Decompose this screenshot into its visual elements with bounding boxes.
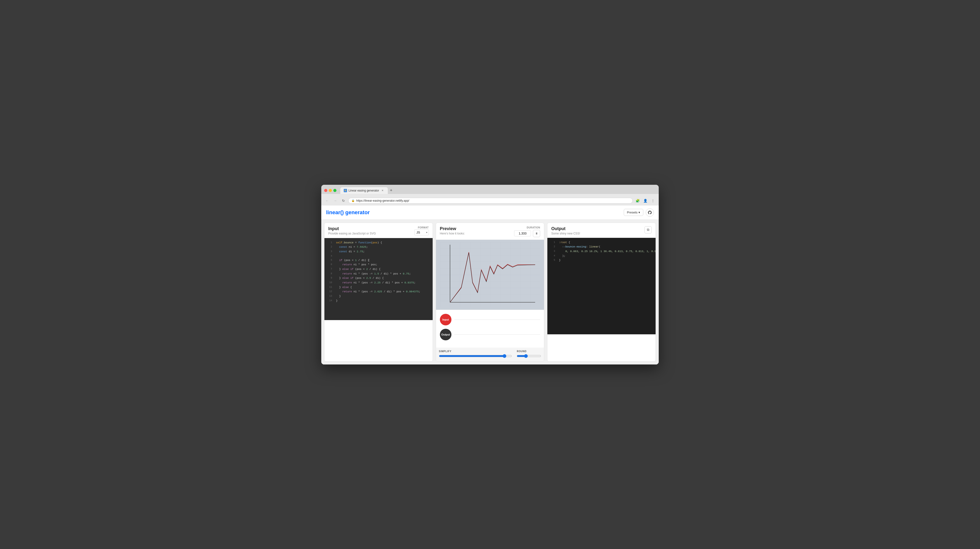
format-label: FORMAT — [418, 226, 429, 229]
round-label: ROUND — [517, 350, 541, 353]
code-line-5: 5 if (pos < 1 / d1) { — [325, 258, 433, 263]
code-line-13: 13 } — [325, 294, 433, 298]
input-panel-header: Input Provide easing as JavaScript or SV… — [325, 223, 433, 238]
output-animation-track — [454, 334, 540, 335]
copy-button[interactable]: ⧉ — [644, 226, 652, 233]
toolbar-actions: 🧩 👤 ⋮ — [634, 197, 656, 204]
preview-panel-subtitle: Here's how it looks: — [440, 232, 465, 235]
browser-chrome: ⚡ Linear easing generator ✕ + — [321, 185, 659, 194]
input-animation-track — [454, 319, 540, 320]
input-ball[interactable]: Input — [440, 314, 452, 326]
tab-bar: ⚡ Linear easing generator ✕ + — [340, 187, 656, 194]
browser-toolbar: ← → ↻ 🔒 https://linear-easing-generator.… — [321, 196, 659, 206]
code-line-4: 4 — [325, 254, 433, 258]
traffic-lights — [324, 189, 336, 192]
app-logo: linear() generator — [326, 209, 370, 215]
input-panel: Input Provide easing as JavaScript or SV… — [324, 223, 433, 362]
header-actions: Presets ▾ — [624, 208, 654, 217]
code-line-6: 6 return n1 * pos * pos; — [325, 262, 433, 267]
url-text: https://linear-easing-generator.netlify.… — [356, 199, 409, 203]
menu-button[interactable]: ⋮ — [649, 197, 656, 204]
output-line-4: 4 ); — [547, 254, 655, 259]
round-slider[interactable] — [517, 354, 541, 358]
code-line-8: 8 return n1 * (pos -= 1.5 / d1) * pos + … — [325, 271, 433, 276]
extensions-button[interactable]: 🧩 — [634, 197, 641, 204]
output-line-2: 2 --bounce-easing: linear( — [547, 244, 655, 249]
input-panel-title: Input — [328, 226, 376, 231]
input-ball-label: Input — [442, 318, 449, 321]
code-line-2: 2 const n1 = 7.5625; — [325, 245, 433, 249]
preview-panel-header: Preview Here's how it looks: DURATION ⏸ — [436, 223, 544, 240]
simplify-label: SIMPLIFY — [439, 350, 512, 353]
code-line-11: 11 } else { — [325, 285, 433, 290]
output-line-5: 5 } — [547, 258, 655, 263]
output-ball[interactable]: Output — [440, 329, 452, 340]
app-content: linear() generator Presets ▾ Inpu — [321, 206, 659, 364]
format-select[interactable]: JS SVG — [414, 230, 429, 235]
simplify-slider[interactable] — [439, 354, 512, 358]
code-editor[interactable]: 1 self.bounce = function(pos) { 2 const … — [325, 238, 433, 320]
maximize-button[interactable] — [333, 189, 336, 192]
app-header: linear() generator Presets ▾ — [321, 206, 659, 220]
output-animation-row: Output — [440, 329, 540, 340]
code-line-1: 1 self.bounce = function(pos) { — [325, 241, 433, 245]
github-icon — [648, 210, 652, 215]
animation-area: Input Output — [436, 310, 544, 348]
play-pause-icon: ⏸ — [535, 232, 538, 235]
format-select-container: JS SVG — [414, 230, 429, 235]
output-panel-title: Output — [551, 226, 580, 231]
duration-row: ⏸ — [514, 230, 540, 237]
panels-container: Input Provide easing as JavaScript or SV… — [321, 220, 659, 364]
close-button[interactable] — [324, 189, 327, 192]
code-line-3: 3 const d1 = 2.75; — [325, 249, 433, 254]
output-code: 1 :root { 2 --bounce-easing: linear( 3 0… — [547, 238, 655, 334]
round-slider-group: ROUND — [517, 350, 541, 358]
presets-button[interactable]: Presets ▾ — [624, 209, 643, 216]
format-controls: FORMAT JS SVG — [414, 226, 429, 235]
refresh-button[interactable]: ↻ — [340, 197, 347, 204]
sliders-area: SIMPLIFY ROUND — [436, 348, 544, 361]
tab-close-button[interactable]: ✕ — [380, 188, 385, 193]
output-line-3: 3 0, 0.063, 0.25 18.2%, 1 36.4%, 0.813, … — [547, 249, 655, 254]
active-tab[interactable]: ⚡ Linear easing generator ✕ — [340, 187, 388, 194]
input-animation-row: Input — [440, 314, 540, 326]
forward-button[interactable]: → — [332, 197, 339, 204]
presets-label: Presets — [627, 211, 638, 214]
browser-titlebar: ⚡ Linear easing generator ✕ + — [324, 187, 656, 194]
browser-window: ⚡ Linear easing generator ✕ + ← → ↻ 🔒 ht… — [321, 185, 659, 364]
svg-rect-0 — [440, 242, 540, 307]
github-button[interactable] — [646, 208, 654, 217]
preview-panel-title: Preview — [440, 226, 465, 231]
duration-control: DURATION ⏸ — [514, 226, 540, 237]
tab-title: Linear easing generator — [348, 189, 379, 192]
preview-title-group: Preview Here's how it looks: — [440, 226, 465, 235]
code-line-14: 14 } — [325, 298, 433, 303]
graph-area — [436, 240, 544, 310]
code-line-12: 12 return n1 * (pos -= 2.625 / d1) * pos… — [325, 289, 433, 294]
round-slider-container — [517, 354, 541, 358]
code-line-9: 9 } else if (pos < 2.5 / d1) { — [325, 276, 433, 281]
output-panel: Output Some shiny new CSS! ⧉ 1 :root { 2… — [547, 223, 656, 362]
secure-icon: 🔒 — [352, 199, 355, 202]
output-panel-subtitle: Some shiny new CSS! — [551, 232, 580, 235]
copy-icon: ⧉ — [647, 228, 649, 232]
easing-graph — [438, 242, 542, 307]
code-line-10: 10 return n1 * (pos -= 2.25 / d1) * pos … — [325, 281, 433, 285]
simplify-slider-group: SIMPLIFY — [439, 350, 512, 358]
back-button[interactable]: ← — [324, 197, 331, 204]
input-panel-title-group: Input Provide easing as JavaScript or SV… — [328, 226, 376, 235]
output-panel-header: Output Some shiny new CSS! ⧉ — [547, 223, 655, 238]
duration-input[interactable] — [514, 230, 531, 236]
code-line-7: 7 } else if (pos < 2 / d1) { — [325, 267, 433, 271]
play-pause-button[interactable]: ⏸ — [533, 230, 540, 237]
presets-chevron-icon: ▾ — [638, 211, 640, 214]
input-panel-subtitle: Provide easing as JavaScript or SVG — [328, 232, 376, 235]
output-ball-label: Output — [441, 333, 450, 336]
new-tab-button[interactable]: + — [388, 187, 395, 194]
minimize-button[interactable] — [329, 189, 332, 192]
output-line-1: 1 :root { — [547, 240, 655, 245]
tab-favicon: ⚡ — [344, 189, 347, 192]
address-bar[interactable]: 🔒 https://linear-easing-generator.netlif… — [348, 198, 633, 204]
profile-button[interactable]: 👤 — [642, 197, 649, 204]
simplify-slider-container — [439, 354, 512, 358]
